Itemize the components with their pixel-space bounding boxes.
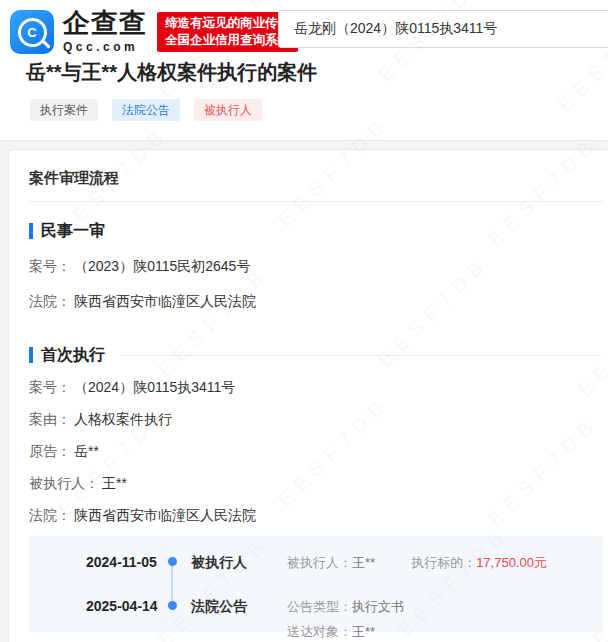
field-value: （2024）陕0115执3411号 [74, 379, 235, 395]
timeline-event: 法院公告 [191, 597, 287, 615]
blue-bar-icon [29, 347, 33, 363]
stage-civil-first-instance: 民事一审 案号：（2023）陕0115民初2645号 法院：陕西省西安市临潼区人… [29, 222, 603, 310]
detail-value: 王** [352, 555, 375, 570]
timeline-date: 2025-04-14 [86, 597, 162, 615]
field-value: 陕西省西安市临潼区人民法院 [74, 293, 256, 309]
field-label: 原告： [29, 443, 71, 459]
tag-court-notice[interactable]: 法院公告 [112, 99, 180, 121]
timeline-detail-line: 公告类型：执行文书 [287, 598, 404, 615]
stage2-plaintiff-row: 原告：岳** [29, 443, 603, 460]
blue-bar-icon [29, 223, 33, 239]
brand-name: 企查查 [63, 10, 147, 37]
detail-item: 公告类型：执行文书 [287, 598, 404, 615]
field-label: 案号： [29, 258, 71, 274]
timeline-dot-icon [168, 601, 177, 610]
heading-rule [121, 355, 601, 356]
stage2-cause-row: 案由：人格权案件执行 [29, 411, 603, 428]
slogan-line-1: 缔造有远见的商业传奇 [165, 15, 290, 32]
stage1-heading: 民事一审 [29, 222, 603, 240]
timeline-date: 2024-11-05 [86, 553, 162, 571]
field-value: 人格权案件执行 [74, 411, 172, 427]
section-divider [29, 201, 603, 202]
timeline-event: 被执行人 [191, 553, 287, 571]
detail-label: 被执行人： [287, 555, 352, 570]
detail-label: 执行标的： [411, 555, 476, 570]
timeline-details: 被执行人：王** 执行标的：17,750.00元 [287, 554, 547, 571]
stage2-heading: 首次执行 [29, 346, 603, 364]
stage2-executed-person-row: 被执行人：王** [29, 475, 603, 492]
stage1-court-row: 法院：陕西省西安市临潼区人民法院 [29, 293, 603, 310]
execution-amount: 17,750.00元 [476, 555, 547, 570]
detail-value: 执行文书 [352, 599, 404, 614]
timeline-row-executed-person: 2024-11-05 被执行人 被执行人：王** 执行标的：17,750.00元 [86, 553, 603, 571]
detail-item: 被执行人：王** [287, 554, 375, 571]
field-label: 案号： [29, 379, 71, 395]
field-label: 法院： [29, 293, 71, 309]
field-label: 法院： [29, 507, 71, 523]
qcc-logo-tail [42, 40, 50, 48]
page-title: 岳**与王**人格权案件执行的案件 [26, 59, 317, 86]
top-header: C 企查查 Qcc.com 缔造有远见的商业传奇 全国企业信用查询系统 岳**与… [0, 0, 608, 141]
timeline-detail-line: 被执行人：王** 执行标的：17,750.00元 [287, 554, 547, 571]
timeline-dot-icon [168, 557, 177, 566]
slogan-line-2: 全国企业信用查询系统 [165, 32, 290, 49]
case-tags: 执行案件 法院公告 被执行人 [30, 99, 262, 121]
field-value: 王** [102, 475, 127, 491]
detail-label: 送达对象： [287, 624, 352, 639]
brand-row: C 企查查 Qcc.com 缔造有远见的商业传奇 全国企业信用查询系统 [10, 10, 298, 54]
timeline-row-court-notice: 2025-04-14 法院公告 公告类型：执行文书 送达对象：王** [86, 597, 603, 640]
stage2-court-row: 法院：陕西省西安市临潼区人民法院 [29, 507, 603, 524]
brand-slogan-badge: 缔造有远见的商业传奇 全国企业信用查询系统 [157, 12, 298, 52]
timeline-detail-line: 送达对象：王** [287, 623, 404, 640]
brand-domain: Qcc.com [63, 40, 147, 54]
timeline-details: 公告类型：执行文书 送达对象：王** [287, 598, 404, 640]
brand-text: 企查查 Qcc.com [63, 10, 147, 54]
case-timeline: 2024-11-05 被执行人 被执行人：王** 执行标的：17,750.00元… [29, 536, 603, 632]
qcc-logo[interactable]: C 企查查 Qcc.com [10, 10, 147, 54]
detail-value: 王** [352, 624, 375, 639]
stage1-case-number-row: 案号：（2023）陕0115民初2645号 [29, 258, 603, 275]
case-flow-card: 案件审理流程 民事一审 案号：（2023）陕0115民初2645号 法院：陕西省… [8, 149, 608, 642]
tag-person-executed[interactable]: 被执行人 [194, 99, 262, 121]
stage-first-execution: 首次执行 案号：（2024）陕0115执3411号 案由：人格权案件执行 原告：… [29, 346, 603, 632]
stage2-title: 首次执行 [41, 346, 105, 364]
detail-item: 送达对象：王** [287, 623, 375, 640]
detail-item: 执行标的：17,750.00元 [411, 554, 547, 571]
tag-execution-case: 执行案件 [30, 99, 98, 121]
field-value: 陕西省西安市临潼区人民法院 [74, 507, 256, 523]
search-input[interactable] [278, 10, 608, 48]
field-label: 案由： [29, 411, 71, 427]
stage2-case-number-row: 案号：（2024）陕0115执3411号 [29, 379, 603, 396]
qcc-logo-icon: C [10, 10, 54, 54]
detail-label: 公告类型： [287, 599, 352, 614]
stage1-title: 民事一审 [41, 222, 105, 240]
qcc-logo-letter: C [27, 26, 36, 39]
field-value: （2023）陕0115民初2645号 [74, 258, 250, 274]
field-value: 岳** [74, 443, 99, 459]
section-title: 案件审理流程 [29, 169, 603, 188]
field-label: 被执行人： [29, 475, 99, 491]
timeline-connector-line [171, 563, 173, 606]
